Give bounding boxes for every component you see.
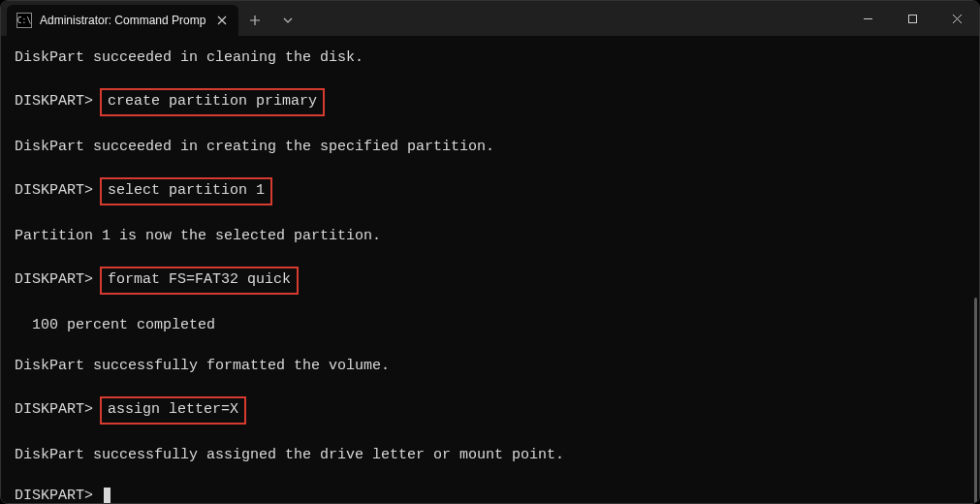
cursor — [104, 488, 111, 503]
terminal-line: DiskPart successfully assigned the drive… — [15, 445, 971, 465]
tab-close-button[interactable] — [213, 12, 231, 29]
titlebar[interactable]: C:\ Administrator: Command Promp — [1, 1, 979, 36]
terminal-output[interactable]: DiskPart succeeded in cleaning the disk.… — [1, 36, 979, 503]
scrollbar-thumb[interactable] — [974, 298, 977, 503]
highlighted-command: select partition 1 — [100, 177, 272, 205]
terminal-line: DiskPart succeeded in cleaning the disk. — [15, 47, 971, 68]
prompt: DISKPART> — [15, 93, 102, 110]
prompt: DISKPART> — [15, 488, 102, 503]
highlighted-command: assign letter=X — [100, 396, 246, 425]
cmd-icon: C:\ — [16, 13, 32, 28]
window-controls — [845, 1, 979, 36]
tab-dropdown-button[interactable] — [271, 5, 304, 36]
new-tab-button[interactable] — [238, 5, 271, 36]
close-button[interactable] — [934, 1, 979, 36]
terminal-window: C:\ Administrator: Command Promp Disk — [0, 0, 980, 504]
tab-title: Administrator: Command Promp — [40, 14, 205, 27]
terminal-line: DISKPART> — [15, 486, 971, 503]
prompt: DISKPART> — [15, 271, 102, 288]
maximize-button[interactable] — [890, 1, 934, 36]
highlighted-command: create partition primary — [100, 88, 325, 116]
prompt: DISKPART> — [15, 182, 102, 199]
terminal-line: DISKPART> format FS=FAT32 quick — [15, 267, 971, 295]
terminal-line: DISKPART> assign letter=X — [15, 396, 971, 425]
terminal-line: DiskPart successfully formatted the volu… — [15, 356, 971, 376]
titlebar-drag-area[interactable] — [304, 1, 845, 36]
terminal-line: DISKPART> create partition primary — [15, 88, 971, 116]
svg-rect-0 — [908, 15, 916, 22]
prompt: DISKPART> — [15, 401, 102, 418]
terminal-line: Partition 1 is now the selected partitio… — [15, 226, 971, 246]
highlighted-command: format FS=FAT32 quick — [100, 267, 299, 295]
minimize-button[interactable] — [845, 1, 890, 36]
terminal-line: 100 percent completed — [15, 315, 971, 335]
terminal-line: DiskPart succeeded in creating the speci… — [15, 137, 971, 157]
terminal-line: DISKPART> select partition 1 — [15, 177, 971, 205]
tab-active[interactable]: C:\ Administrator: Command Promp — [7, 5, 238, 36]
